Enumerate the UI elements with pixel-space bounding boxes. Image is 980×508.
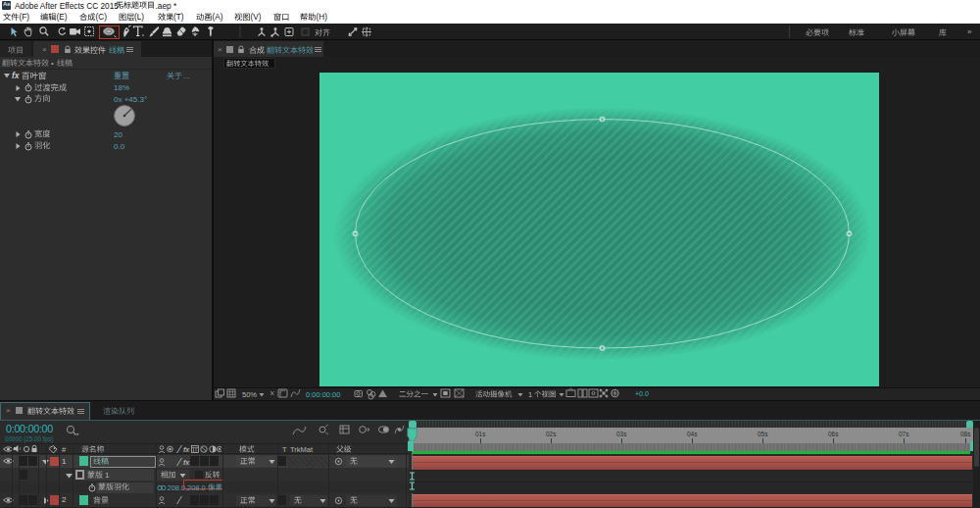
svg-text:fx: fx [183, 446, 190, 453]
